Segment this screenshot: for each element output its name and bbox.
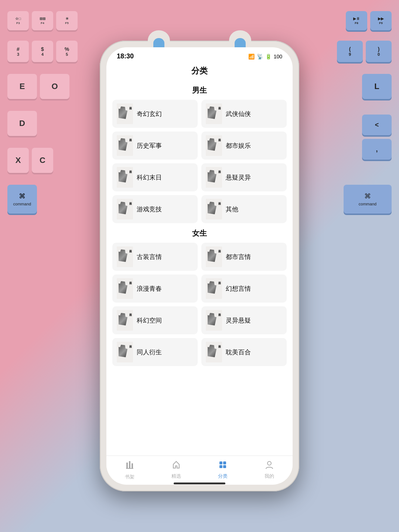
category-item-yjjs[interactable]: 暂无封面 游戏竞技 bbox=[112, 195, 198, 223]
ear-inner-left bbox=[153, 38, 164, 48]
keyboard-right: ▶⏸F8 ▶▶F9 (9 )0 L < , ⌘ command bbox=[321, 0, 395, 532]
svg-rect-5 bbox=[223, 461, 226, 464]
book-thumb-hxqq: 暂无封面 bbox=[206, 278, 222, 299]
book-thumb-wxxx: 暂无封面 bbox=[206, 103, 222, 124]
svg-point-8 bbox=[267, 461, 271, 465]
content-area[interactable]: 男生 暂无封面 奇幻玄幻 bbox=[106, 80, 293, 456]
phone-wrapper: 18:30 📶 📡 🔋 100 分类 男生 bbox=[92, 37, 307, 495]
category-label-qt: 其他 bbox=[226, 205, 238, 214]
book-thumb-lmqc: 暂无封面 bbox=[117, 278, 133, 299]
battery-level: 100 bbox=[274, 54, 282, 59]
tab-bar: 书架 精选 bbox=[106, 456, 293, 482]
category-label-yjjs: 游戏竞技 bbox=[137, 205, 162, 214]
book-thumb-yylx: 暂无封面 bbox=[206, 167, 222, 188]
tab-featured[interactable]: 精选 bbox=[163, 460, 189, 480]
category-item-lxyy[interactable]: 暂无封面 灵异悬疑 bbox=[201, 306, 287, 334]
svg-rect-7 bbox=[223, 465, 226, 468]
keyboard-left: ☆□F3 ⊞⊞F4 ☀F5 #3 $4 %5 E O D X C ⌘ comma… bbox=[4, 0, 78, 532]
book-thumb-gzqq: 暂无封面 bbox=[117, 246, 133, 267]
section-header-male: 男生 bbox=[112, 85, 287, 95]
category-label-lxyy: 灵异悬疑 bbox=[226, 316, 251, 325]
book-thumb-yjjs: 暂无封面 bbox=[117, 199, 133, 219]
category-item-wxxx[interactable]: 暂无封面 武侠仙侠 bbox=[201, 100, 287, 128]
svg-rect-3 bbox=[126, 468, 133, 469]
svg-rect-0 bbox=[126, 463, 128, 468]
book-thumb-kwmr: 暂无封面 bbox=[117, 167, 133, 188]
category-item-qhxx[interactable]: 暂无封面 奇幻玄幻 bbox=[112, 100, 198, 128]
book-thumb-qt: 暂无封面 bbox=[206, 199, 222, 219]
female-category-grid: 暂无封面 古装言情 暂无封面 都市言情 bbox=[112, 243, 287, 366]
category-item-hxqq[interactable]: 暂无封面 幻想言情 bbox=[201, 274, 287, 303]
phone-case: 18:30 📶 📡 🔋 100 分类 男生 bbox=[100, 41, 299, 491]
tab-category-label: 分类 bbox=[218, 473, 228, 480]
phone-screen: 18:30 📶 📡 🔋 100 分类 男生 bbox=[106, 47, 293, 485]
signal-icon: 📡 bbox=[257, 54, 263, 59]
book-thumb-lxyy: 暂无封面 bbox=[206, 310, 222, 331]
category-label-qhxx: 奇幻玄幻 bbox=[137, 110, 162, 118]
featured-icon bbox=[171, 460, 181, 471]
tab-mine[interactable]: 我的 bbox=[256, 460, 282, 480]
book-thumb-qhxx: 暂无封面 bbox=[117, 103, 133, 124]
category-item-gzqq[interactable]: 暂无封面 古装言情 bbox=[112, 243, 198, 271]
category-label-kwkj: 科幻空间 bbox=[137, 316, 162, 325]
category-label-gzqq: 古装言情 bbox=[137, 253, 162, 261]
category-item-kwkj[interactable]: 暂无封面 科幻空间 bbox=[112, 306, 198, 334]
home-bar bbox=[174, 482, 225, 484]
battery-icon: 🔋 bbox=[265, 54, 272, 59]
book-thumb-trys: 暂无封面 bbox=[117, 342, 133, 362]
category-item-kwmr[interactable]: 暂无封面 科幻末日 bbox=[112, 163, 198, 191]
male-category-grid: 暂无封面 奇幻玄幻 暂无封面 武侠仙侠 bbox=[112, 100, 287, 223]
page-title: 分类 bbox=[106, 63, 293, 80]
category-item-dsqq[interactable]: 暂无封面 都市言情 bbox=[201, 243, 287, 271]
tab-bookshelf-label: 书架 bbox=[125, 474, 134, 480]
category-item-lmqc[interactable]: 暂无封面 浪漫青春 bbox=[112, 274, 198, 303]
tab-featured-label: 精选 bbox=[171, 473, 181, 480]
category-label-dsyl: 都市娱乐 bbox=[226, 141, 251, 150]
category-item-yylx[interactable]: 暂无封面 悬疑灵异 bbox=[201, 163, 287, 191]
status-icons: 📶 📡 🔋 100 bbox=[248, 54, 282, 59]
category-label-wxxx: 武侠仙侠 bbox=[226, 110, 251, 118]
category-label-yylx: 悬疑灵异 bbox=[226, 173, 251, 182]
category-item-trys[interactable]: 暂无封面 同人衍生 bbox=[112, 338, 198, 366]
category-label-kwmr: 科幻末日 bbox=[137, 173, 162, 182]
category-label-hxqq: 幻想言情 bbox=[226, 284, 251, 293]
book-thumb-lsjs: 暂无封面 bbox=[117, 135, 133, 156]
status-bar: 18:30 📶 📡 🔋 100 bbox=[106, 47, 293, 63]
tab-bookshelf[interactable]: 书架 bbox=[117, 460, 143, 480]
category-item-nmbh[interactable]: 暂无封面 耽美百合 bbox=[201, 338, 287, 366]
category-icon bbox=[218, 460, 228, 471]
category-item-dsyl[interactable]: 暂无封面 都市娱乐 bbox=[201, 132, 287, 160]
tab-category[interactable]: 分类 bbox=[210, 460, 236, 480]
book-thumb-dsqq: 暂无封面 bbox=[206, 246, 222, 267]
svg-rect-1 bbox=[129, 461, 130, 468]
ear-inner-right bbox=[235, 38, 246, 48]
mine-icon bbox=[264, 460, 274, 471]
book-thumb-nmbh: 暂无封面 bbox=[206, 342, 222, 362]
svg-rect-6 bbox=[219, 465, 222, 468]
tab-mine-label: 我的 bbox=[265, 473, 274, 480]
category-label-nmbh: 耽美百合 bbox=[226, 348, 251, 357]
category-label-dsqq: 都市言情 bbox=[226, 253, 251, 261]
category-label-trys: 同人衍生 bbox=[137, 348, 162, 357]
bookshelf-icon bbox=[125, 460, 135, 472]
book-thumb-dsyl: 暂无封面 bbox=[206, 135, 222, 156]
home-indicator bbox=[106, 482, 293, 485]
status-time: 18:30 bbox=[117, 52, 134, 60]
category-item-lsjs[interactable]: 暂无封面 历史军事 bbox=[112, 132, 198, 160]
book-thumb-kwkj: 暂无封面 bbox=[117, 310, 133, 331]
wifi-icon: 📶 bbox=[248, 54, 255, 59]
section-header-female: 女生 bbox=[112, 228, 287, 238]
svg-rect-2 bbox=[132, 463, 133, 468]
category-item-qt[interactable]: 暂无封面 其他 bbox=[201, 195, 287, 223]
category-label-lsjs: 历史军事 bbox=[137, 141, 162, 150]
svg-rect-4 bbox=[219, 461, 222, 464]
category-label-lmqc: 浪漫青春 bbox=[137, 284, 162, 293]
